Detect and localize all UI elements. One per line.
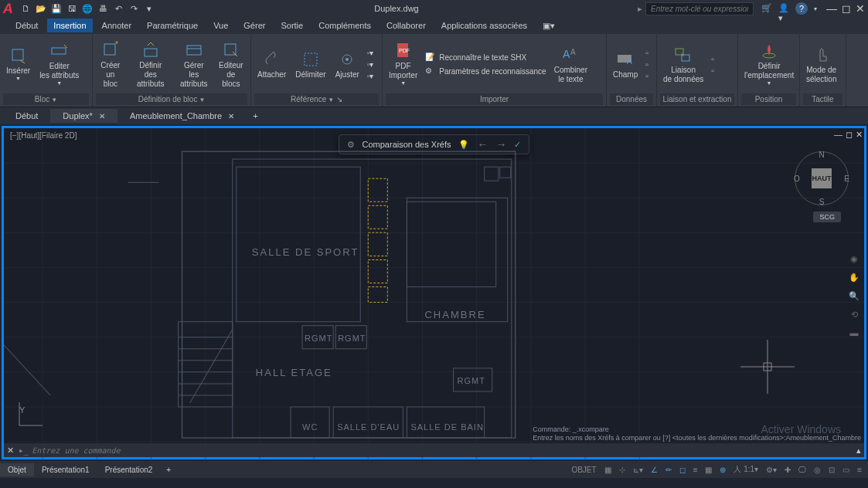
- panel-liaison-title: Liaison et extraction: [660, 93, 734, 105]
- svg-rect-51: [368, 205, 387, 229]
- drawing-viewport[interactable]: [−][Haut][Filaire 2D] — ◻ ✕ ⚙ Comparaiso…: [2, 126, 866, 459]
- help-icon[interactable]: ?: [795, 2, 808, 15]
- plot-icon[interactable]: 🖶: [97, 2, 109, 15]
- close-tab-icon[interactable]: ✕: [228, 112, 234, 120]
- adjust-button[interactable]: Ajuster: [332, 49, 363, 81]
- undo-icon[interactable]: ↶: [112, 2, 124, 15]
- cleanscreen-status-icon[interactable]: ▭: [839, 464, 853, 476]
- panel-defbloc-title[interactable]: Définition de bloc▼: [96, 93, 247, 105]
- help-search-input[interactable]: [645, 2, 754, 15]
- status-objet-label[interactable]: OBJET: [568, 464, 599, 476]
- web-icon[interactable]: 🌐: [81, 2, 94, 15]
- monitor-status-icon[interactable]: 🖵: [795, 464, 809, 476]
- edit-attributes-button[interactable]: Editer les attributs▼: [36, 40, 82, 88]
- data-small-2[interactable]: ▫: [644, 59, 650, 69]
- close-window-button[interactable]: ✕: [856, 2, 865, 15]
- touch-mode-button[interactable]: Mode de sélection: [803, 44, 839, 86]
- cmd-close-icon[interactable]: ✕: [7, 446, 14, 456]
- save-icon[interactable]: 💾: [50, 2, 63, 15]
- annotation-status-icon[interactable]: ✚: [781, 464, 794, 476]
- cart-icon[interactable]: 🛒: [761, 3, 772, 14]
- isodraft-status-icon[interactable]: ✏: [662, 464, 675, 476]
- svg-text:CHAMBRE: CHAMBRE: [424, 309, 485, 320]
- ribbon: Insérer▼ Editer les attributs▼ Bloc▼ *Cr…: [0, 34, 868, 107]
- svg-text:*: *: [115, 40, 118, 49]
- data-small-3[interactable]: ▫: [644, 71, 650, 81]
- menu-complements[interactable]: Compléments: [312, 19, 377, 32]
- osnap-status-icon[interactable]: ◻: [676, 464, 689, 476]
- account-icon[interactable]: 👤▾: [778, 3, 789, 14]
- panel-reference-title[interactable]: Référence▼ ↘: [254, 93, 379, 105]
- svg-text:SALLE DE SPORT: SALLE DE SPORT: [252, 246, 359, 258]
- svg-rect-44: [233, 159, 512, 438]
- combine-text-button[interactable]: AACombiner le texte: [551, 44, 591, 86]
- new-icon[interactable]: 🗋: [19, 2, 32, 15]
- isolate-status-icon[interactable]: ◎: [811, 464, 824, 476]
- minimize-button[interactable]: —: [826, 2, 837, 15]
- data-link-button[interactable]: Liaison de données: [660, 44, 706, 86]
- close-tab-icon[interactable]: ✕: [99, 112, 105, 120]
- panel-bloc-title[interactable]: Bloc▼: [3, 93, 89, 105]
- manage-attributes-button[interactable]: Gérer les attributs: [176, 39, 212, 90]
- panel-position-title: Position: [741, 93, 796, 105]
- shx-button[interactable]: 📝Reconnaître le texte SHX: [424, 52, 547, 64]
- ortho-status-icon[interactable]: ⊾▾: [630, 464, 646, 476]
- menu-parametrique[interactable]: Paramétrique: [141, 19, 204, 32]
- define-attributes-button[interactable]: Définir des attributs: [128, 39, 173, 90]
- workspace-status-icon[interactable]: ⚙▾: [763, 464, 780, 476]
- ref-small-1[interactable]: ▫▾: [366, 48, 376, 58]
- menu-apps[interactable]: Applications associées: [435, 19, 533, 32]
- annoscale-status-icon[interactable]: 人 1:1▾: [730, 463, 761, 476]
- drawing-canvas[interactable]: SALLE DE SPORT CHAMBRE RGMT RGMT RGMT HA…: [4, 128, 864, 461]
- menu-annoter[interactable]: Annoter: [96, 19, 138, 32]
- open-icon[interactable]: 📂: [35, 2, 47, 15]
- link-small-1[interactable]: ▫: [710, 54, 716, 64]
- field-button[interactable]: AChamp: [610, 49, 641, 81]
- svg-rect-5: [187, 46, 201, 55]
- polar-status-icon[interactable]: ∠: [648, 464, 661, 476]
- layout-tab-pres1[interactable]: Présentation1: [34, 463, 97, 476]
- lineweight-status-icon[interactable]: ≡: [690, 464, 701, 476]
- link-small-2[interactable]: ▫: [710, 66, 716, 76]
- add-file-tab-button[interactable]: +: [247, 109, 264, 123]
- file-tab-ameublement[interactable]: Ameublement_Chambre✕: [117, 109, 247, 123]
- add-layout-button[interactable]: +: [160, 463, 177, 476]
- pdf-import-button[interactable]: PDFPDF Importer▼: [386, 40, 420, 88]
- attach-button[interactable]: Attacher: [254, 49, 289, 81]
- block-editor-button[interactable]: Editeur de blocs: [215, 39, 247, 90]
- file-tab-debut[interactable]: Début: [3, 109, 50, 123]
- file-tabs: Début Duplex*✕ Ameublement_Chambre✕ +: [0, 107, 868, 124]
- svg-rect-50: [368, 178, 387, 202]
- menu-debut[interactable]: Début: [9, 19, 44, 32]
- saveas-icon[interactable]: 🖫: [66, 2, 78, 15]
- set-location-button[interactable]: Définir l'emplacement▼: [741, 40, 797, 88]
- customize-status-icon[interactable]: ≡: [854, 464, 865, 476]
- cycling-status-icon[interactable]: ⊕: [717, 464, 729, 476]
- transparency-status-icon[interactable]: ▦: [702, 464, 715, 476]
- recog-params-button[interactable]: ⚙Paramètres de reconnaissance: [424, 66, 547, 78]
- grid-status-icon[interactable]: ▦: [601, 464, 614, 476]
- menu-more-icon[interactable]: ▣▾: [536, 19, 561, 33]
- insert-block-button[interactable]: Insérer▼: [3, 45, 33, 83]
- restore-button[interactable]: ◻: [842, 2, 851, 15]
- layout-tab-objet[interactable]: Objet: [0, 463, 34, 476]
- cmd-up-icon[interactable]: ▴: [856, 446, 861, 456]
- data-small-1[interactable]: ▫: [644, 48, 650, 58]
- clip-button[interactable]: Délimiter: [292, 49, 328, 81]
- layout-tab-pres2[interactable]: Présentation2: [97, 463, 161, 476]
- ref-small-2[interactable]: ▫▾: [366, 59, 376, 69]
- qat-dropdown-icon[interactable]: ▾: [143, 2, 155, 15]
- file-tab-duplex[interactable]: Duplex*✕: [50, 109, 117, 123]
- hardware-status-icon[interactable]: ⊡: [825, 464, 838, 476]
- ref-small-3[interactable]: ▫▾: [366, 71, 376, 81]
- menu-vue[interactable]: Vue: [207, 19, 234, 32]
- menu-collaborer[interactable]: Collaborer: [380, 19, 432, 32]
- menu-gerer[interactable]: Gérer: [237, 19, 271, 32]
- redo-icon[interactable]: ↷: [128, 2, 140, 15]
- svg-rect-52: [368, 232, 387, 256]
- snap-status-icon[interactable]: ⊹: [616, 464, 628, 476]
- menu-insertion[interactable]: Insertion: [47, 19, 92, 32]
- create-block-button[interactable]: *Créer un bloc: [96, 39, 125, 90]
- menu-sortie[interactable]: Sortie: [274, 19, 309, 32]
- command-input[interactable]: [32, 446, 856, 455]
